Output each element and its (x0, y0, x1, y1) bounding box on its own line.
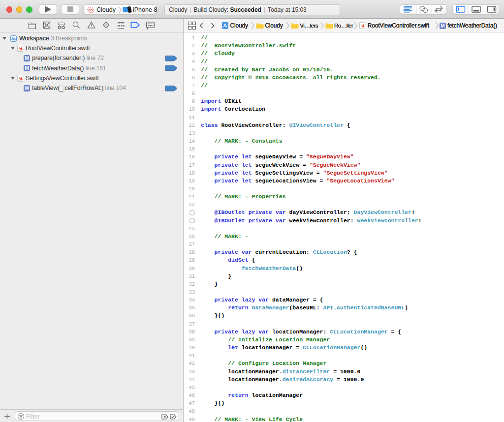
svg-text:M: M (25, 56, 29, 61)
svg-text:M: M (25, 65, 29, 71)
svg-text:M: M (441, 23, 444, 28)
svg-text:M: M (25, 85, 29, 90)
